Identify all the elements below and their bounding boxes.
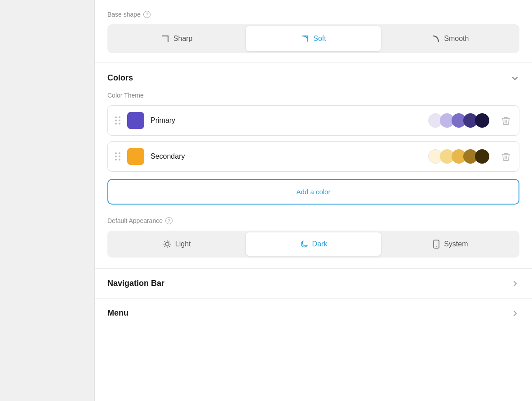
shape-selector: Sharp Soft Smooth — [107, 24, 519, 53]
secondary-color-variants — [428, 149, 489, 164]
main-content: Base shape ? Sharp Soft — [94, 0, 532, 401]
base-shape-help-icon[interactable]: ? — [143, 11, 151, 18]
colors-header: Colors — [107, 73, 519, 83]
sidebar — [0, 0, 94, 401]
navigation-bar-chevron-icon — [510, 279, 519, 288]
sharp-corner-icon — [161, 34, 170, 43]
appearance-selector: Light Dark System — [107, 231, 519, 258]
colors-collapse-icon[interactable] — [510, 74, 519, 83]
default-appearance-section: Default Appearance ? Light Dar — [107, 217, 519, 258]
phone-icon — [432, 240, 440, 249]
system-label: System — [444, 240, 468, 248]
primary-delete-button[interactable] — [500, 114, 512, 127]
primary-color-row: Primary — [107, 105, 519, 136]
primary-color-variants — [428, 113, 489, 128]
primary-color-name: Primary — [151, 116, 422, 125]
secondary-delete-button[interactable] — [500, 150, 512, 163]
sun-icon — [163, 240, 172, 249]
colors-section: Colors Color Theme Primary — [95, 62, 532, 269]
colors-title: Colors — [107, 73, 133, 83]
base-shape-label: Base shape ? — [107, 11, 519, 18]
base-shape-label-text: Base shape — [107, 11, 141, 18]
color-theme-label: Color Theme — [107, 92, 519, 99]
smooth-label: Smooth — [444, 35, 469, 43]
primary-drag-handle[interactable] — [115, 116, 121, 125]
base-shape-section: Base shape ? Sharp Soft — [95, 0, 532, 62]
sharp-label: Sharp — [173, 35, 193, 43]
default-appearance-label: Default Appearance ? — [107, 217, 519, 224]
navigation-bar-section[interactable]: Navigation Bar — [95, 269, 532, 299]
secondary-color-name: Secondary — [151, 152, 422, 160]
appearance-help-icon[interactable]: ? — [165, 217, 173, 224]
dark-label: Dark — [312, 240, 328, 248]
secondary-color-swatch[interactable] — [127, 148, 144, 165]
svg-point-0 — [165, 242, 169, 246]
primary-color-swatch[interactable] — [127, 112, 144, 129]
secondary-color-row: Secondary — [107, 141, 519, 172]
appearance-light-button[interactable]: Light — [109, 232, 244, 256]
svg-point-2 — [436, 246, 437, 247]
shape-smooth-button[interactable]: Smooth — [383, 26, 518, 51]
soft-label: Soft — [313, 35, 326, 43]
shape-soft-button[interactable]: Soft — [246, 26, 381, 51]
appearance-label-text: Default Appearance — [107, 217, 163, 224]
secondary-drag-handle[interactable] — [115, 152, 121, 160]
smooth-corner-icon — [431, 34, 440, 43]
menu-title: Menu — [107, 308, 129, 318]
light-label: Light — [175, 240, 191, 248]
appearance-dark-button[interactable]: Dark — [246, 232, 381, 256]
menu-chevron-icon — [510, 309, 519, 318]
soft-corner-icon — [301, 34, 310, 43]
moon-icon — [300, 240, 309, 249]
appearance-system-button[interactable]: System — [383, 232, 518, 256]
primary-variant-5[interactable] — [475, 113, 489, 128]
secondary-variant-5[interactable] — [475, 149, 489, 164]
menu-section[interactable]: Menu — [95, 299, 532, 328]
navigation-bar-title: Navigation Bar — [107, 279, 164, 288]
shape-sharp-button[interactable]: Sharp — [109, 26, 244, 51]
add-color-button[interactable]: Add a color — [107, 179, 519, 205]
